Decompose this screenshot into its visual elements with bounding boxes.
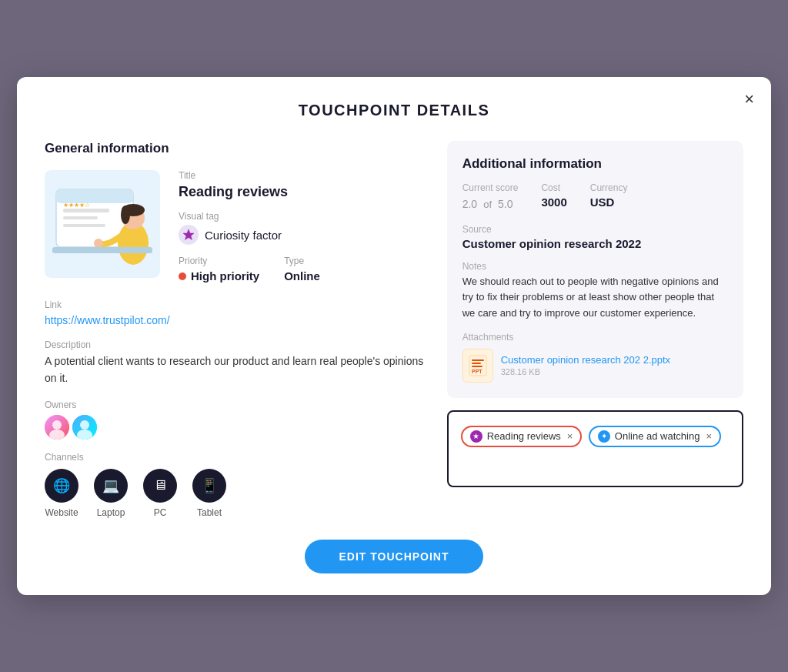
tablet-icon: 📱 — [192, 469, 226, 503]
svg-rect-23 — [472, 366, 482, 367]
svg-point-10 — [121, 206, 130, 224]
tags-panel: ★ Reading reviews × ✦ Online ad watching… — [447, 410, 743, 487]
svg-point-18 — [80, 420, 89, 430]
svg-text:★★★★☆: ★★★★☆ — [63, 202, 90, 209]
priority-value: High priority — [179, 269, 259, 283]
visual-tag-row: Curiosity factor — [179, 225, 429, 245]
notes-label: Notes — [462, 261, 728, 272]
owners-section: Owners — [45, 400, 429, 440]
additional-info-box: Additional information Current score 2.0… — [447, 141, 743, 397]
general-info-content: ★★★★☆ — [45, 170, 429, 283]
title-label: Title — [179, 170, 429, 181]
edit-touchpoint-button[interactable]: EDIT TOUCHPOINT — [305, 540, 482, 573]
attachments-section: Attachments PPT — [462, 332, 728, 383]
modal-dialog: × TOUCHPOINT DETAILS General information — [17, 77, 771, 594]
owner-avatar-2 — [72, 415, 97, 440]
score-row: Current score 2.0 of 5.0 Cost 3000 — [462, 182, 728, 212]
svg-point-11 — [94, 239, 103, 248]
channel-tablet: 📱 Tablet — [192, 469, 226, 518]
pc-icon: 🖥 — [143, 469, 177, 503]
owners-label: Owners — [45, 400, 429, 410]
owner-avatar-1 — [45, 415, 69, 440]
notes-section: Notes We should reach out to people with… — [462, 261, 728, 320]
attachment-pptx-icon: PPT — [462, 349, 493, 383]
modal-title: TOUCHPOINT DETAILS — [45, 102, 743, 119]
type-value: Online — [284, 269, 320, 283]
channel-laptop: 💻 Laptop — [94, 469, 128, 518]
source-section: Source Customer opinion research 2022 — [462, 224, 728, 250]
score-value: 2.0 of 5.0 — [462, 196, 519, 212]
tag-online-ad-watching[interactable]: ✦ Online ad watching × — [589, 426, 721, 447]
svg-rect-3 — [63, 209, 109, 212]
tag-online-ad-icon: ✦ — [598, 430, 610, 443]
svg-text:PPT: PPT — [472, 369, 482, 374]
attachment-name[interactable]: Customer opinion research 202 2.pptx — [501, 354, 670, 366]
owners-avatars — [45, 415, 429, 440]
visual-tag-name: Curiosity factor — [205, 229, 282, 242]
description-section: Description A potential client wants to … — [45, 339, 429, 386]
channels-section: Channels 🌐 Website 💻 Laptop 🖥 PC — [45, 452, 429, 518]
currency-block: Currency USD — [590, 182, 628, 212]
svg-rect-12 — [52, 247, 152, 253]
tag-reading-reviews-label: Reading reviews — [487, 430, 561, 442]
channel-pc-label: PC — [154, 507, 167, 518]
link-section: Link https://www.trustpilot.com/ — [45, 299, 429, 327]
type-block: Type Online — [284, 256, 320, 283]
tag-reading-reviews-icon: ★ — [470, 430, 482, 443]
priority-block: Priority High priority — [179, 256, 259, 283]
channel-pc: 🖥 PC — [143, 469, 177, 518]
link-value[interactable]: https://www.trustpilot.com/ — [45, 314, 170, 326]
cost-block: Cost 3000 — [541, 182, 566, 212]
svg-rect-22 — [472, 363, 481, 364]
description-text: A potential client wants to research our… — [45, 353, 429, 386]
priority-type-row: Priority High priority Type Online — [179, 256, 429, 283]
attachments-label: Attachments — [462, 332, 728, 343]
cost-label: Cost — [541, 182, 566, 193]
left-column: General information — [45, 141, 429, 517]
modal-overlay: × TOUCHPOINT DETAILS General information — [0, 0, 788, 672]
svg-rect-21 — [472, 359, 484, 361]
svg-point-15 — [52, 420, 62, 430]
modal-footer: EDIT TOUCHPOINT — [45, 540, 743, 573]
title-value: Reading reviews — [179, 184, 429, 200]
additional-info-title: Additional information — [462, 156, 728, 172]
channels-row: 🌐 Website 💻 Laptop 🖥 PC 📱 — [45, 469, 429, 518]
priority-dot — [179, 272, 186, 280]
type-label: Type — [284, 256, 320, 266]
channel-laptop-label: Laptop — [97, 507, 125, 518]
info-fields: Title Reading reviews Visual tag Curiosi… — [179, 170, 429, 283]
general-info-label: General information — [45, 141, 429, 156]
currency-value: USD — [590, 196, 628, 209]
attachment-item: PPT Customer opinion research 202 2.pptx… — [462, 349, 728, 383]
tag-reading-reviews-close[interactable]: × — [567, 430, 573, 442]
right-column: Additional information Current score 2.0… — [447, 141, 743, 517]
description-label: Description — [45, 339, 429, 350]
channels-label: Channels — [45, 452, 429, 463]
tag-reading-reviews[interactable]: ★ Reading reviews × — [461, 426, 583, 447]
score-block: Current score 2.0 of 5.0 — [462, 182, 519, 212]
attachment-info: Customer opinion research 202 2.pptx 328… — [501, 354, 670, 376]
channel-website-label: Website — [45, 507, 78, 518]
currency-label: Currency — [590, 182, 628, 193]
visual-tag-label: Visual tag — [179, 211, 429, 222]
close-button[interactable]: × — [744, 91, 754, 108]
visual-tag-icon — [179, 225, 199, 245]
svg-rect-4 — [63, 216, 98, 219]
tag-online-ad-close[interactable]: × — [706, 430, 712, 442]
cost-value: 3000 — [541, 196, 566, 209]
notes-text: We should reach out to people with negat… — [462, 274, 728, 320]
svg-marker-13 — [183, 229, 194, 240]
laptop-icon: 💻 — [94, 469, 128, 503]
channel-website: 🌐 Website — [45, 469, 78, 518]
priority-label: Priority — [179, 256, 259, 266]
modal-body: General information — [45, 141, 743, 517]
current-score-label: Current score — [462, 182, 519, 193]
tag-online-ad-label: Online ad watching — [615, 430, 700, 442]
channel-tablet-label: Tablet — [197, 507, 222, 518]
website-icon: 🌐 — [45, 469, 78, 503]
attachment-size: 328.16 KB — [501, 367, 670, 376]
touchpoint-illustration: ★★★★☆ — [45, 170, 160, 278]
svg-rect-5 — [63, 224, 105, 227]
source-value: Customer opinion research 2022 — [462, 237, 728, 250]
link-label: Link — [45, 299, 429, 310]
